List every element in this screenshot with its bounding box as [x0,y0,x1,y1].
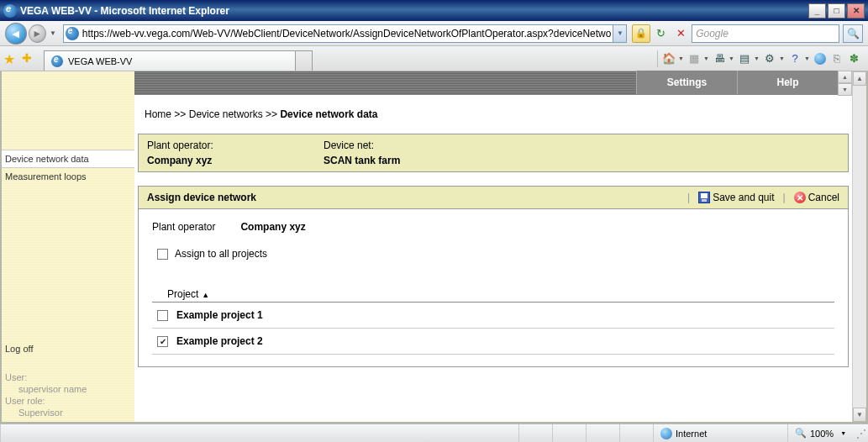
sidebar-item-device-network-data[interactable]: Device network data [2,150,134,168]
status-bar: Internet 🔍 100% ▼ ⋰ [0,424,868,442]
minimize-button[interactable]: _ [808,3,826,18]
logoff-link[interactable]: Log off [5,343,131,355]
project-row: Example project 1 [152,303,834,329]
main-area: Home >> Device networks >> Device networ… [134,71,852,422]
cancel-button[interactable]: ✕ Cancel [794,192,839,203]
status-cell [518,424,552,442]
new-tab-button[interactable] [296,50,313,71]
sidebar-item-label: Device network data [5,154,89,164]
project-checkbox[interactable] [157,310,168,321]
page-menu-icon[interactable]: ▤ [737,50,752,67]
feeds-icon[interactable]: ▦ [687,50,702,67]
project-row: ✔ Example project 2 [152,329,834,355]
security-zone[interactable]: Internet [653,424,787,442]
add-favorite-icon[interactable]: ✚ [22,51,37,66]
project-name: Example project 1 [176,309,263,321]
cancel-label: Cancel [808,192,839,203]
role-label: User role: [5,395,131,407]
resize-grip[interactable]: ⋰ [855,428,868,439]
panel-title: Assign device network [147,192,687,203]
vertical-scrollbar[interactable]: ▲ ▼ [852,71,866,422]
status-cell [619,424,653,442]
project-column-header[interactable]: Project▲ [152,285,834,303]
zoom-value: 100% [810,429,834,439]
scroll-up-button[interactable]: ▲ [853,71,866,86]
nav-history-dropdown[interactable]: ▼ [48,29,58,37]
save-label: Save and quit [713,192,774,203]
breadcrumb-home[interactable]: Home [145,108,171,120]
command-bar: 🏠▼ ▦▼ 🖶▼ ▤▼ ⚙▼ ?▼ ⎘ ✽ [655,50,865,67]
address-bar[interactable]: https://web-vv.vega.com/Web-VV/WebClient… [63,24,628,43]
breadcrumb: Home >> Device networks >> Device networ… [138,95,849,134]
tab-toolbar: ★ ✚ VEGA WEB-VV 🏠▼ ▦▼ 🖶▼ ▤▼ ⚙▼ ?▼ ⎘ ✽ [0,46,868,71]
stop-button[interactable]: ✕ [672,24,691,43]
user-value: supervisor name [5,383,131,395]
help-button[interactable]: Help [737,71,838,94]
status-cell [552,424,586,442]
status-message [0,424,518,442]
page-icon [66,27,79,40]
help-icon[interactable]: ? [787,50,802,67]
window-title: VEGA WEB-VV - Microsoft Internet Explore… [20,5,808,17]
save-and-quit-button[interactable]: Save and quit [698,192,774,203]
header-scroll[interactable]: ▲▼ [838,71,852,96]
search-placeholder: Google [692,28,839,39]
search-input[interactable]: Google [692,24,839,43]
role-value: Supervisor [5,407,131,418]
print-icon[interactable]: 🖶 [712,50,727,67]
project-checkbox[interactable]: ✔ [157,336,168,347]
url-text[interactable]: https://web-vv.vega.com/Web-VV/WebClient… [81,28,613,39]
sort-asc-icon: ▲ [202,291,209,299]
favorites-icon[interactable]: ★ [3,51,18,66]
url-dropdown[interactable]: ▼ [613,25,626,42]
forward-button[interactable]: ► [29,24,47,43]
user-label: User: [5,371,131,383]
home-dropdown[interactable]: ▼ [678,55,685,61]
scroll-down-button[interactable]: ▼ [853,408,866,422]
back-button[interactable]: ◄ [5,23,27,45]
search-button[interactable]: 🔍 [843,24,863,43]
panel-plant-operator-value: Company xyz [240,221,305,233]
panel-plant-operator-label: Plant operator [152,221,215,233]
settings-button[interactable]: Settings [636,71,737,94]
lock-icon[interactable]: 🔒 [632,24,650,43]
plant-operator-label: Plant operator: [147,139,324,151]
close-button[interactable]: ✕ [847,3,865,18]
assign-panel: Assign device network | Save and quit | … [138,186,849,367]
zoom-icon: 🔍 [795,428,807,439]
ie-icon [3,4,17,18]
sidebar: Device network data Measurement loops Lo… [2,71,134,422]
device-net-label: Device net: [324,139,374,151]
help-dropdown[interactable]: ▼ [804,55,811,61]
tools-dropdown[interactable]: ▼ [779,55,786,61]
address-toolbar: ◄ ► ▼ https://web-vv.vega.com/Web-VV/Web… [0,21,868,46]
browser-tab[interactable]: VEGA WEB-VV [44,50,296,71]
sidebar-item-label: Measurement loops [5,171,87,182]
info-box: Plant operator: Device net: Company xyz … [138,134,849,172]
plant-operator-value: Company xyz [147,155,324,166]
sidebar-item-measurement-loops[interactable]: Measurement loops [2,168,134,185]
zoom-control[interactable]: 🔍 100% ▼ [787,424,855,442]
feeds-dropdown[interactable]: ▼ [703,55,710,61]
page-content: VEGA Settings Help ▲▼ Device network dat… [0,71,868,424]
cancel-icon: ✕ [794,192,806,203]
device-net-value: SCAN tank farm [324,155,400,166]
save-icon [698,192,710,203]
breadcrumb-current: Device network data [280,108,377,120]
assign-all-checkbox[interactable] [157,249,168,260]
globe-icon[interactable] [813,50,828,67]
assign-all-label: Assign to all projects [175,248,267,260]
tools-icon[interactable]: ⚙ [762,50,777,67]
project-name: Example project 2 [176,335,263,347]
refresh-button[interactable]: ↻ [652,24,671,43]
zone-globe-icon [660,428,672,439]
maximize-button[interactable]: □ [828,3,845,18]
research-icon[interactable]: ⎘ [829,50,844,67]
home-icon[interactable]: 🏠 [661,50,676,67]
breadcrumb-device-networks[interactable]: Device networks [189,108,263,120]
messenger-icon[interactable]: ✽ [846,50,861,67]
page-dropdown[interactable]: ▼ [754,55,760,61]
zone-label: Internet [676,429,707,439]
window-titlebar: VEGA WEB-VV - Microsoft Internet Explore… [0,0,868,21]
print-dropdown[interactable]: ▼ [729,55,735,61]
